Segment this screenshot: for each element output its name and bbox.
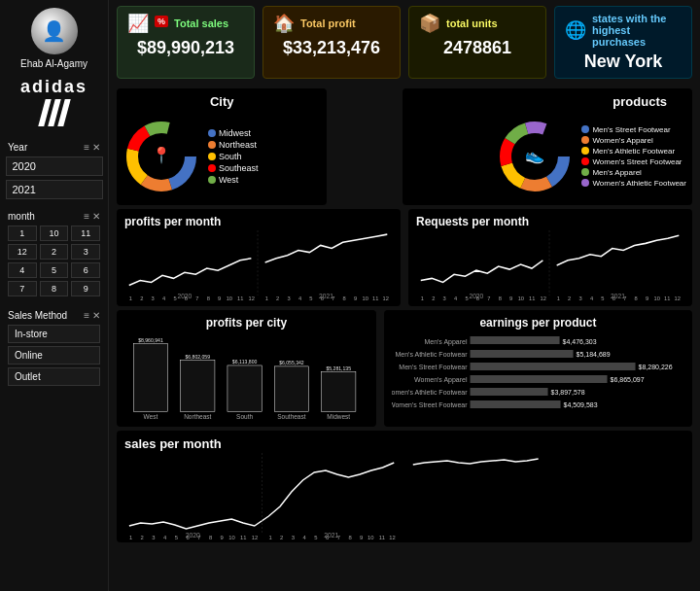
month-clear-icon[interactable]: ✕ [92,211,100,222]
sales-method-clear-icon[interactable]: ✕ [92,310,100,321]
kpi-total-sales-badge: % [155,16,168,27]
svg-text:10: 10 [368,535,374,540]
svg-text:$6,055,342: $6,055,342 [279,360,304,365]
svg-rect-92 [470,375,607,383]
city-legend-midwest: Midwest [208,128,259,138]
kpi-total-profit: 🏠 Total profit $33,213,476 [262,6,401,79]
year-filter-icon[interactable]: ≡ [84,142,89,153]
city-legend-south-dot [208,153,216,160]
city-legend-west: West [208,175,259,185]
svg-text:$5,184,689: $5,184,689 [576,351,610,358]
sales-method-list: In-store Online Outlet [4,325,104,389]
svg-text:5: 5 [314,535,318,540]
svg-text:12: 12 [675,296,681,300]
requests-per-month-svg: 1 2 3 4 5 6 7 8 9 10 11 12 1 2 3 [416,230,684,300]
svg-text:12: 12 [252,535,258,540]
month-btn-11[interactable]: 11 [71,226,100,241]
year-input-2020[interactable] [6,156,103,176]
month-btn-6[interactable]: 6 [71,262,100,278]
svg-text:Women's Apparel: Women's Apparel [414,376,468,384]
month-btn-8[interactable]: 8 [40,281,69,296]
month-filter-header: month ≡ ✕ [4,211,104,222]
month-btn-4[interactable]: 4 [8,262,37,278]
kpi-total-profit-value: $33,213,476 [273,38,390,58]
kpi-total-units-value: 2478861 [419,38,536,58]
sales-method-outlet[interactable]: Outlet [8,367,100,386]
svg-text:10: 10 [227,296,233,300]
month-label: month [8,211,35,222]
svg-text:3: 3 [288,296,292,300]
year-filter-header: Year ≡ ✕ [4,142,104,153]
sales-per-month-card: sales per month 1 2 3 4 5 6 7 8 9 10 11 … [117,431,692,542]
city-legend-south: South [208,152,259,161]
svg-text:2: 2 [141,535,144,540]
svg-text:4: 4 [303,535,307,540]
svg-text:9: 9 [221,535,224,540]
sales-method-label: Sales Method [8,310,67,321]
month-btn-10[interactable]: 10 [40,226,69,241]
products-legend-ma-dot [581,168,589,176]
month-btn-5[interactable]: 5 [40,262,69,278]
year-clear-icon[interactable]: ✕ [92,142,100,153]
city-legend-midwest-dot [208,129,216,137]
svg-text:5: 5 [309,296,313,300]
sales-per-month-svg: 1 2 3 4 5 6 7 8 9 10 11 12 1 2 3 4 5 [124,453,684,540]
month-btn-3[interactable]: 3 [71,244,100,260]
svg-text:7: 7 [487,296,490,300]
profits-per-city-svg: $8,960,941 West $6,802,059 Northeast $6,… [124,331,368,424]
svg-text:2: 2 [280,535,283,540]
month-btn-2[interactable]: 2 [40,244,69,260]
svg-text:3: 3 [443,296,447,300]
svg-text:$6,802,059: $6,802,059 [185,354,210,360]
svg-text:$5,281,135: $5,281,135 [326,365,351,371]
year-input-2021[interactable] [6,180,103,199]
kpi-total-units: 📦 total units 2478861 [408,6,546,79]
svg-text:Men's Apparel: Men's Apparel [424,338,468,346]
products-chart-title: products [408,94,686,109]
sales-method-filter-icon[interactable]: ≡ [84,310,89,321]
products-legend-msf-label: Men's Street Footwear [592,125,670,134]
svg-text:2021: 2021 [319,293,333,299]
month-filter-icon[interactable]: ≡ [84,211,89,222]
svg-text:Southeast: Southeast [277,413,305,420]
month-btn-1[interactable]: 1 [8,226,37,241]
sales-method-online[interactable]: Online [8,346,100,365]
svg-text:2: 2 [140,296,143,300]
adidas-stripes [20,99,88,126]
svg-rect-89 [470,363,635,370]
svg-text:Midwest: Midwest [327,413,350,420]
svg-text:12: 12 [249,296,255,300]
year-label: Year [8,142,27,153]
month-btn-12[interactable]: 12 [8,244,37,260]
svg-text:4: 4 [163,535,167,540]
year-filter-icons: ≡ ✕ [84,142,100,153]
svg-text:9: 9 [218,296,222,300]
city-donut-svg: 📍 [122,118,200,195]
svg-text:2020: 2020 [469,293,483,299]
svg-text:$3,897,578: $3,897,578 [550,389,584,396]
svg-text:Women's Street Footwear: Women's Street Footwear [392,401,468,408]
adidas-text: adidas [20,77,88,97]
month-btn-9[interactable]: 9 [71,281,100,296]
svg-text:$8,280,226: $8,280,226 [638,364,672,370]
month-filter-icons: ≡ ✕ [84,211,100,222]
svg-text:$4,509,583: $4,509,583 [563,401,597,408]
svg-text:11: 11 [529,296,536,300]
city-legend-south-label: South [219,152,242,161]
kpi-total-sales: 📈 % Total sales $89,990,213 [117,6,255,79]
products-legend-wsf: Women's Street Footwear [581,157,686,166]
city-legend-west-dot [208,176,216,184]
products-donut-content: 👟 Men's Street Footwear Women's Apparel [408,113,686,199]
svg-text:1: 1 [421,296,425,300]
adidas-logo: adidas [20,77,88,138]
svg-text:11: 11 [664,296,671,300]
kpi-top-state-value: New York [565,52,682,72]
city-legend-west-label: West [219,175,238,185]
svg-text:8: 8 [635,296,639,300]
donut-row: City 📍 Midwe [117,88,692,205]
city-legend-southeast-label: Southeast [219,163,259,173]
kpi-top-state-header: 🌐 states with the highest purchases [565,13,682,48]
month-btn-7[interactable]: 7 [8,281,37,296]
sales-method-instore[interactable]: In-store [8,325,100,343]
city-donut-card: City 📍 Midwe [117,88,327,205]
